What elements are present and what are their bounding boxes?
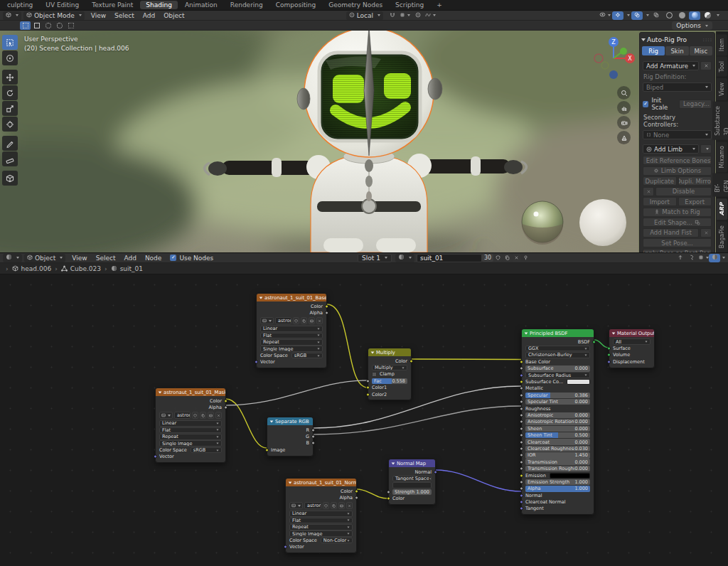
image-name-field[interactable]: astronaut_1_suit... — [174, 412, 191, 419]
add-armature-dropdown[interactable]: Add Armature — [643, 61, 699, 70]
image-texture-node-basemap[interactable]: astronaut_1_suit_01_BaseMap.pngColorAlph… — [256, 293, 327, 368]
tool-rotate[interactable] — [2, 85, 18, 100]
socket-gray[interactable] — [520, 447, 523, 450]
node-header[interactable]: astronaut_1_suit_01_MaskMap.png — [156, 388, 225, 396]
options-dropdown[interactable]: Options — [672, 21, 712, 30]
tab-rig[interactable]: Rig — [642, 46, 665, 55]
socket-gray[interactable] — [325, 311, 328, 315]
panel-header-auto-rig-pro[interactable]: Auto-Rig Pro:::: — [642, 35, 712, 44]
node-header[interactable]: astronaut_1_suit_01_BaseMap.png — [257, 294, 326, 301]
tangent-space-dropdown[interactable]: Tangent Space — [392, 476, 432, 482]
socket-gray[interactable] — [520, 487, 523, 491]
unlink-material-button[interactable] — [512, 254, 521, 262]
workspace-tab-shading[interactable]: Shading — [140, 1, 178, 9]
fake-user-button[interactable] — [293, 317, 299, 324]
repeat-dropdown[interactable]: Repeat — [260, 339, 323, 346]
mode-dropdown[interactable]: Object Mode — [23, 11, 85, 20]
secondary-controllers-dropdown[interactable]: None — [643, 130, 712, 139]
sidebar-tab-view[interactable]: View — [717, 78, 727, 100]
set-pose-button[interactable]: Set Pose... — [643, 238, 712, 247]
gizmos-toggle[interactable] — [612, 11, 623, 20]
copy-image-button[interactable] — [331, 502, 337, 509]
linear-dropdown[interactable]: Linear — [260, 326, 323, 332]
overlays-toggle[interactable] — [631, 11, 643, 20]
node-header[interactable]: Multiply — [368, 348, 411, 356]
tab-skin[interactable]: Skin — [665, 46, 688, 55]
single-image-dropdown[interactable]: Single Image — [159, 440, 222, 447]
flat-dropdown[interactable]: Flat — [159, 427, 222, 434]
camera-view-button[interactable] — [617, 116, 631, 129]
socket-gray[interactable] — [520, 407, 523, 410]
node-snap-dropdown[interactable] — [697, 254, 709, 262]
color-space-dropdown[interactable]: sRGB — [291, 353, 323, 359]
node-header[interactable]: Principled BSDF — [522, 329, 594, 337]
select-mode-box[interactable] — [31, 21, 42, 30]
socket-gray[interactable] — [355, 496, 358, 500]
socket-gray[interactable] — [311, 442, 315, 445]
clearcoat-roughness-slider[interactable]: Clearcoat Roughness0.030 — [525, 446, 590, 452]
image-browse-button[interactable] — [159, 412, 173, 419]
socket-yellow[interactable] — [387, 497, 390, 501]
tool-cursor[interactable] — [2, 50, 18, 65]
duplicate-button[interactable]: Duplicate — [643, 176, 677, 186]
image-browse-button[interactable] — [289, 502, 303, 509]
socket-gray[interactable] — [520, 434, 523, 437]
socket-gray[interactable] — [387, 490, 390, 493]
socket-gray[interactable] — [520, 387, 523, 390]
pack-image-button[interactable] — [208, 412, 214, 419]
christensen-burley-dropdown[interactable]: Christensen-Burley — [525, 352, 590, 358]
single-image-dropdown[interactable]: Single Image — [289, 530, 353, 537]
socket-yellow[interactable] — [520, 360, 523, 363]
edit-shape-button[interactable]: Edit Shape... — [643, 218, 712, 227]
editor-type-button[interactable] — [3, 11, 21, 20]
select-mode-lasso[interactable] — [54, 21, 65, 30]
workspace-tab-item[interactable]: + — [431, 1, 448, 9]
node-menu-node[interactable]: Node — [141, 255, 166, 262]
tool-move[interactable] — [2, 70, 18, 85]
socket-purple[interactable] — [154, 455, 157, 459]
flat-dropdown[interactable]: Flat — [289, 518, 353, 524]
pack-image-button[interactable] — [338, 502, 345, 509]
socket-yellow[interactable] — [366, 393, 370, 396]
copy-image-button[interactable] — [301, 317, 307, 324]
tool-measure[interactable] — [2, 151, 18, 166]
editor-type-shader-button[interactable] — [3, 254, 22, 262]
copy-image-button[interactable] — [200, 412, 206, 419]
all-dropdown[interactable]: All — [613, 338, 651, 345]
material-output-node[interactable]: Material OutputAllSurfaceVolumeDisplacem… — [609, 329, 655, 368]
fake-user-button[interactable] — [323, 502, 329, 509]
edit-reference-bones-button[interactable]: Edit Reference Bones — [643, 156, 712, 165]
subsurface-co-color-swatch[interactable] — [567, 379, 590, 385]
fac-slider[interactable]: Fac0.558 — [372, 378, 407, 385]
sidebar-tab-arp[interactable]: ARP — [717, 198, 727, 220]
breadcrumb-head-006[interactable]: head.006 — [12, 265, 52, 272]
ggx-dropdown[interactable]: GGX — [525, 346, 590, 352]
socket-gray[interactable] — [224, 406, 228, 410]
socket-green[interactable] — [592, 340, 596, 343]
shading-wireframe-button[interactable] — [663, 11, 675, 20]
socket-green[interactable] — [607, 353, 611, 357]
shading-material-button[interactable] — [689, 11, 700, 20]
viewport-menu-add[interactable]: Add — [139, 12, 159, 19]
emission-strength-slider[interactable]: Emission Strength1.000 — [525, 479, 590, 486]
proportional-falloff-dropdown[interactable] — [425, 11, 437, 20]
sidebar-tab-by-gen[interactable]: BY-GEN — [712, 173, 728, 197]
specular-slider[interactable]: Specular0.386 — [525, 393, 590, 399]
socket-gray[interactable] — [311, 435, 315, 439]
emission-color-swatch[interactable] — [550, 473, 590, 479]
remove-armature-button[interactable] — [700, 61, 712, 70]
breadcrumb-suit-01[interactable]: suit_01 — [111, 265, 143, 272]
sidebar-tab-bagapie[interactable]: BagaPie — [717, 221, 727, 252]
node-snap-toggle[interactable] — [686, 254, 697, 262]
tab-misc[interactable]: Misc — [690, 46, 712, 55]
socket-gray[interactable] — [520, 440, 523, 444]
color-space-dropdown[interactable]: Non-Color — [321, 538, 353, 544]
select-mode-extra[interactable] — [65, 21, 76, 30]
unlink-image-button[interactable] — [215, 412, 222, 419]
pin-button[interactable] — [521, 254, 530, 262]
material-name-field[interactable]: suit_01 — [417, 254, 482, 262]
repeat-dropdown[interactable]: Repeat — [289, 524, 353, 530]
socket-purple[interactable] — [520, 501, 523, 504]
use-nodes-checkbox[interactable]: ✓Use Nodes — [170, 255, 213, 262]
socket-yellow[interactable] — [520, 474, 523, 477]
